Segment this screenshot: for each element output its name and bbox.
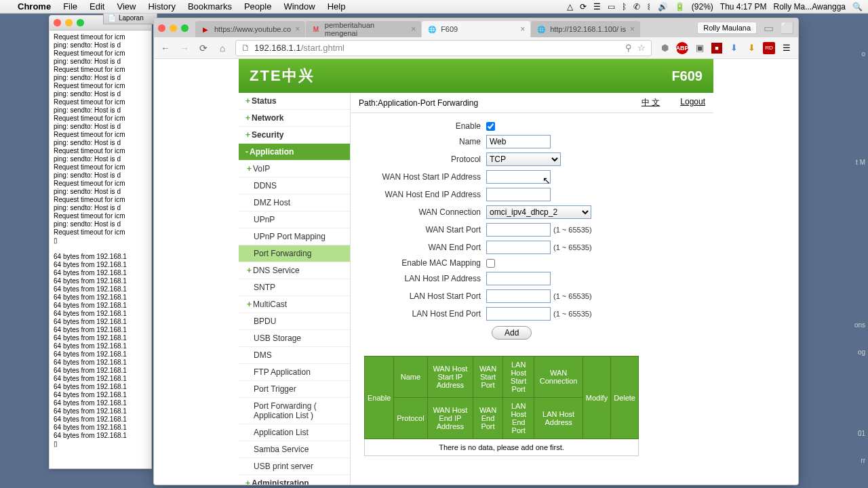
menu-file[interactable]: File — [63, 1, 77, 12]
nav-usb[interactable]: USB Storage — [239, 330, 350, 347]
menu-view[interactable]: View — [117, 1, 136, 12]
chrome-tabstrip: ▶https://www.youtube.co× Mpemberitahuan … — [154, 18, 798, 37]
wifi-icon[interactable]: ⧙ — [647, 2, 651, 12]
gdrive-icon[interactable]: △ — [567, 2, 573, 12]
spotlight-icon[interactable]: 🔍 — [852, 2, 863, 12]
tab-close-icon[interactable]: × — [630, 24, 635, 34]
wan-start-ip-field[interactable] — [486, 170, 551, 184]
name-field[interactable] — [486, 135, 551, 148]
nav-network[interactable]: Network — [239, 110, 350, 127]
terminal-window[interactable]: Request timeout for icm ping: sendto: Ho… — [49, 15, 152, 469]
ext-icon[interactable]: ▣ — [694, 42, 706, 54]
chrome-user-chip[interactable]: Rolly Maulana — [697, 22, 757, 34]
label-mac: Enable MAC Mapping — [364, 258, 486, 268]
nav-dmz[interactable]: DMZ Host — [239, 195, 350, 211]
zoom-icon[interactable] — [181, 24, 189, 32]
display-icon[interactable]: ▭ — [608, 2, 615, 12]
tab-gmail[interactable]: Mpemberitahuan mengenai× — [306, 21, 421, 37]
app-name[interactable]: Chrome — [18, 1, 51, 12]
youtube-icon: ▶ — [201, 24, 210, 34]
ext-icon[interactable]: ■ — [711, 43, 722, 54]
logout-link[interactable]: Logout — [680, 97, 705, 108]
nav-dns[interactable]: DNS Service — [239, 262, 350, 279]
nav-admin[interactable]: Administration — [239, 475, 350, 485]
bookmark-icon[interactable]: ☆ — [637, 43, 646, 53]
sync-icon[interactable]: ⟳ — [580, 2, 587, 12]
nav-ftp[interactable]: FTP Application — [239, 364, 350, 381]
nav-bpdu[interactable]: BPDU — [239, 313, 350, 330]
zoom-icon[interactable] — [77, 19, 84, 26]
bluetooth-icon[interactable]: ᛒ — [622, 2, 627, 12]
ext-icon[interactable]: ⬇ — [728, 42, 740, 54]
translate-icon[interactable]: ⚲ — [625, 43, 632, 53]
wan-end-ip-field[interactable] — [486, 188, 551, 201]
nav-applist[interactable]: Application List — [239, 424, 350, 441]
label-protocol: Protocol — [364, 155, 486, 164]
enable-checkbox[interactable] — [486, 122, 495, 131]
th-name: Name — [394, 357, 427, 398]
nav-sntp[interactable]: SNTP — [239, 279, 350, 296]
tab-youtube[interactable]: ▶https://www.youtube.co× — [195, 21, 305, 37]
lan-start-port-field[interactable] — [486, 289, 551, 303]
chrome-toolbar: ← → ⟳ ⌂ 🗋 192.168.1.1/start.ghtml ⚲ ☆ ⬢ … — [154, 37, 798, 59]
mac-checkbox[interactable] — [486, 259, 495, 268]
nav-multicast[interactable]: MultiCast — [239, 296, 350, 313]
minimize-window-icon[interactable]: ▭ — [764, 22, 774, 35]
tab-close-icon[interactable]: × — [295, 24, 300, 34]
wan-conn-select[interactable]: omci_ipv4_dhcp_2 — [486, 205, 591, 219]
nav-voip[interactable]: VoIP — [239, 161, 350, 178]
maximize-window-icon[interactable]: ⬜ — [781, 22, 794, 35]
url-host: 192.168.1.1 — [254, 43, 301, 53]
nav-ddns[interactable]: DDNS — [239, 178, 350, 195]
nav-fwdlist[interactable]: Port Forwarding ( Application List ) — [239, 398, 350, 424]
lan-ip-field[interactable] — [486, 272, 551, 285]
minimize-icon[interactable] — [170, 24, 177, 32]
protocol-select[interactable]: TCP — [486, 152, 561, 166]
address-bar[interactable]: 🗋 192.168.1.1/start.ghtml ⚲ ☆ — [235, 40, 652, 56]
menu-window[interactable]: Window — [283, 1, 315, 12]
menu-bookmarks[interactable]: Bookmarks — [188, 1, 232, 12]
tab-close-icon[interactable]: × — [520, 24, 525, 34]
download-icon[interactable]: ⬇ — [745, 42, 757, 54]
clock[interactable]: Thu 4:17 PM — [720, 2, 767, 12]
nav-portfwd[interactable]: Port Forwarding — [239, 245, 350, 262]
chrome-menu-icon[interactable]: ☰ — [781, 42, 793, 54]
nav-upnp[interactable]: UPnP — [239, 211, 350, 228]
minimize-icon[interactable] — [65, 19, 73, 26]
zte-logo: ZTE中兴 — [250, 66, 315, 86]
menu-people[interactable]: People — [244, 1, 271, 12]
tab-lan[interactable]: 🌐http://192.168.1.100/ is× — [531, 21, 640, 37]
ext-icon[interactable]: RD — [763, 42, 775, 54]
phone-icon[interactable]: ✆ — [633, 2, 640, 12]
wan-end-port-field[interactable] — [486, 241, 551, 254]
ext-icon[interactable]: ⬢ — [658, 42, 671, 54]
back-button[interactable]: ← — [159, 42, 172, 54]
close-icon[interactable] — [54, 19, 61, 26]
nav-application[interactable]: Application — [239, 144, 350, 161]
menu-help[interactable]: Help — [328, 1, 346, 12]
wan-start-port-field[interactable] — [486, 223, 551, 237]
menu-edit[interactable]: Edit — [90, 1, 104, 12]
menu-history[interactable]: History — [148, 1, 175, 12]
nav-upnpmap[interactable]: UPnP Port Mapping — [239, 228, 350, 245]
nav-usbprint[interactable]: USB print server — [239, 458, 350, 475]
nav-samba[interactable]: Samba Service — [239, 441, 350, 458]
reload-button[interactable]: ⟳ — [197, 42, 210, 54]
nav-trigger[interactable]: Port Trigger — [239, 381, 350, 398]
menu-icon[interactable]: ☰ — [593, 2, 601, 12]
volume-icon[interactable]: 🔊 — [658, 2, 668, 12]
user-name[interactable]: Rolly Ma...Awangga — [774, 2, 846, 12]
nav-status[interactable]: Status — [239, 93, 350, 110]
tab-router[interactable]: 🌐F609× — [422, 21, 530, 37]
lang-link[interactable]: 中 文 — [642, 97, 660, 108]
add-button[interactable]: Add — [492, 326, 532, 340]
nav-security[interactable]: Security — [239, 127, 350, 144]
adblock-icon[interactable]: ABP — [676, 42, 688, 54]
battery-icon[interactable]: 🔋 — [675, 2, 685, 12]
tab-close-icon[interactable]: × — [411, 24, 416, 34]
forward-button[interactable]: → — [178, 42, 191, 54]
close-icon[interactable] — [158, 24, 165, 32]
lan-end-port-field[interactable] — [486, 307, 551, 321]
nav-dms[interactable]: DMS — [239, 347, 350, 364]
home-button[interactable]: ⌂ — [216, 42, 229, 54]
